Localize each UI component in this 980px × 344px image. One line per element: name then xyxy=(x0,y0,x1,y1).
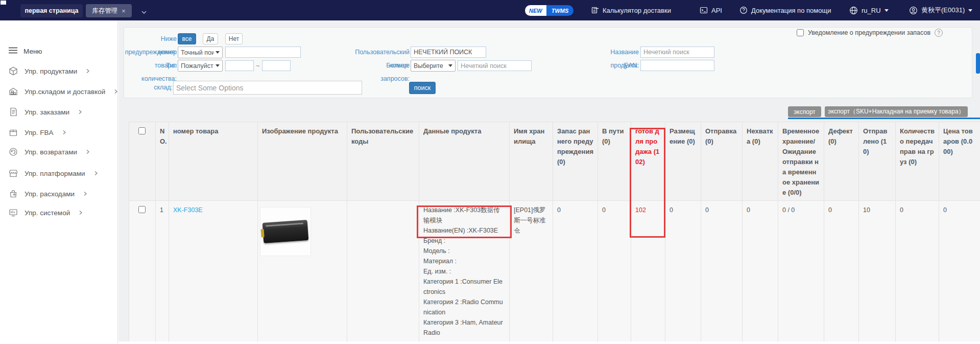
header-shipping: Отправка (0) xyxy=(701,122,743,201)
header-product-data: Данные продукта xyxy=(419,122,510,201)
warehouse-icon xyxy=(9,87,18,96)
chevron-right-icon xyxy=(86,149,90,154)
question-circle-icon xyxy=(739,6,748,14)
more-queries-select-value: Выберите xyxy=(414,62,443,70)
chevron-right-icon xyxy=(78,109,82,114)
sidebar-item-orders[interactable]: Упр. заказами xyxy=(9,107,82,117)
sidebar-item-label: Упр. платформами xyxy=(25,170,85,177)
sidebar-item-platforms[interactable]: Упр. платформами xyxy=(9,169,98,178)
sidebar-item-label: Упр. возвратами xyxy=(25,148,77,156)
document-icon xyxy=(9,107,18,117)
sidebar-item-returns[interactable]: Упр. возвратами xyxy=(9,147,90,156)
badge-app-label: TWMS xyxy=(546,5,574,16)
quantity-to-input[interactable] xyxy=(262,60,291,71)
scrollbar-vertical-thumb[interactable] xyxy=(976,53,980,74)
product-number-input[interactable] xyxy=(225,47,301,58)
select-all-checkbox[interactable] xyxy=(138,127,146,134)
stock-warning-checkbox[interactable] xyxy=(797,29,804,36)
help-docs-link[interactable]: Документация по помощи xyxy=(739,0,831,20)
twms-badge[interactable]: NEW TWMS xyxy=(525,5,573,16)
shipping-calculator-link[interactable]: Калькулятор доставки xyxy=(591,0,671,20)
sidebar-item-label: Упр.складом и доставкой xyxy=(25,88,105,96)
more-queries-input[interactable] xyxy=(458,60,532,71)
chevron-down-icon xyxy=(448,64,452,67)
row-placement-cell: 0 xyxy=(665,201,701,342)
header-custom-codes: Пользовательские коды xyxy=(347,122,419,201)
ean-input[interactable] xyxy=(640,60,714,71)
sidebar-item-system[interactable]: Упр. системой xyxy=(9,208,83,217)
sidebar-item-label: Упр. расходами xyxy=(25,190,75,198)
product-image[interactable] xyxy=(260,207,311,256)
row-shortage-cell: 0 xyxy=(743,201,778,342)
warehouse-multiselect[interactable] xyxy=(173,81,362,95)
range-separator: ~ xyxy=(256,62,260,70)
row-product-data-cell: Название :XK-F303数据传输模块 Название(EN) :XK… xyxy=(419,201,510,342)
product-data-line: Бренд : xyxy=(423,236,505,246)
more-queries-select[interactable]: Выберите xyxy=(411,60,456,72)
api-link[interactable]: API xyxy=(700,0,722,20)
sidebar-item-label: Упр. заказами xyxy=(25,108,69,116)
header-product-image: Изображение продукта xyxy=(258,122,347,201)
user-menu[interactable]: 黄秋平(E0031) xyxy=(909,0,972,20)
chevron-right-icon xyxy=(94,171,98,176)
row-goods-price-cell: 0 xyxy=(939,201,980,342)
menu-label: Меню xyxy=(23,48,42,55)
sidebar-item-fba[interactable]: Упр. FBA xyxy=(9,128,66,137)
storefront-icon xyxy=(9,169,18,178)
product-image-module xyxy=(262,220,309,243)
filter-panel: Ниже предупреждения: номер товара: Тип к… xyxy=(124,27,972,98)
table-scrollbar-horizontal[interactable] xyxy=(788,118,980,119)
chevron-down-icon xyxy=(968,9,972,12)
stock-warning-label: Уведомление о предупреждении запасов xyxy=(808,29,930,36)
export-button[interactable]: экспорт xyxy=(788,106,821,117)
chevron-right-icon xyxy=(79,210,83,215)
sidebar: Меню Упр. продуктами Упр.складом и доста… xyxy=(0,20,118,344)
warehouse-label: склад: xyxy=(142,81,173,94)
row-in-transit-cell: 0 xyxy=(598,201,631,342)
tab-inventory-label: 库存管理 xyxy=(92,7,117,15)
close-icon[interactable]: × xyxy=(122,7,126,15)
chevron-down-icon[interactable] xyxy=(141,8,147,17)
help-icon[interactable]: ? xyxy=(935,29,943,37)
product-number-link[interactable]: XK-F303E xyxy=(173,207,203,214)
header-product-number: номер товара xyxy=(169,122,258,201)
exact-search-select[interactable]: Точный пои xyxy=(178,47,223,58)
quantity-from-input[interactable] xyxy=(225,60,254,71)
sidebar-item-products[interactable]: Упр. продуктами xyxy=(9,66,90,76)
product-name-input[interactable] xyxy=(640,47,714,58)
inventory-table: NO. номер товара Изображение продукта По… xyxy=(129,122,980,341)
sidebar-item-expenses[interactable]: Упр. расходами xyxy=(9,189,87,198)
header-in-transit: В пути (0) xyxy=(598,122,631,201)
header-ready-for-sale: готов для продажа (102) xyxy=(631,122,665,201)
below-warning-no-button[interactable]: Нет xyxy=(225,33,243,44)
row-storage-name-cell: [EP01]俄罗斯一号标准仓 xyxy=(510,201,553,342)
sidebar-item-warehouse[interactable]: Упр.складом и доставкой xyxy=(9,87,118,96)
chevron-right-icon xyxy=(83,191,87,196)
row-transfer-rights-cell: 0 xyxy=(896,201,939,342)
tab-inventory[interactable]: 库存管理 × xyxy=(86,4,132,17)
package-icon xyxy=(9,128,18,137)
product-data-line: Материал : xyxy=(423,256,505,266)
tab-home[interactable]: первая страница xyxy=(20,4,83,17)
custom-number-input[interactable] xyxy=(411,47,486,58)
below-warning-all-button[interactable]: все xyxy=(178,33,196,44)
sidebar-item-label: Упр. системой xyxy=(25,209,70,217)
locale-switcher[interactable]: ru_RU xyxy=(849,0,889,20)
exact-search-select-value: Точный пои xyxy=(181,49,214,56)
calculator-icon xyxy=(591,6,599,14)
chevron-down-icon xyxy=(885,9,889,12)
user-label: 黄秋平(E0031) xyxy=(921,6,965,15)
chevron-down-icon xyxy=(216,51,220,54)
menu-toggle[interactable]: Меню xyxy=(9,47,42,55)
globe-icon xyxy=(849,6,858,15)
product-data-line: Категория 2 :Radio Communication xyxy=(423,297,505,317)
export-sku-button[interactable]: экспорт（SKU+Накладная на приемку товара） xyxy=(825,106,968,117)
help-docs-label: Документация по помощи xyxy=(751,7,831,14)
search-button[interactable]: поиск xyxy=(409,82,436,94)
chevron-down-icon xyxy=(216,64,220,67)
row-checkbox[interactable] xyxy=(138,206,146,213)
product-data-line: Название :XK-F303数据传输模块 xyxy=(423,205,505,225)
header-storage-name: Имя хранилища xyxy=(510,122,553,201)
quantity-type-select[interactable]: Пожалуйст xyxy=(178,60,223,72)
below-warning-yes-button[interactable]: Да xyxy=(203,33,218,44)
